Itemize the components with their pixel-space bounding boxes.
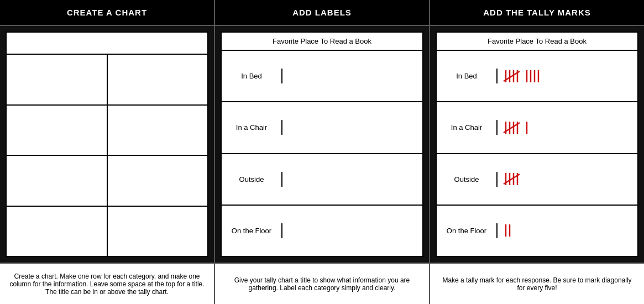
blank-chart <box>6 32 208 257</box>
blank-cell-1-1 <box>7 55 108 104</box>
blank-cell-2-1 <box>7 106 108 155</box>
tally-group-1a <box>503 69 522 84</box>
header-col1: CREATE A CHART <box>0 0 215 25</box>
chart-row-2-4: On the Floor <box>222 206 422 256</box>
row-value-2-1 <box>282 73 422 80</box>
blank-title-row <box>7 33 207 55</box>
row-value-3-1 <box>498 65 637 87</box>
blank-cell-3-1 <box>7 156 108 206</box>
chart-row-3-1: In Bed <box>437 51 637 102</box>
labeled-chart-3: Favorite Place To Read a Book In Bed <box>436 32 638 257</box>
blank-cell-4-2 <box>108 207 208 256</box>
tally-group-2b <box>524 120 531 135</box>
panel-add-tallies: Favorite Place To Read a Book In Bed <box>430 26 644 263</box>
blank-row-1 <box>7 55 207 106</box>
row-label-2-3: Outside <box>222 172 282 187</box>
tally-group-3a <box>503 171 522 187</box>
blank-row-4 <box>7 207 207 256</box>
chart-row-2-1: In Bed <box>222 51 422 102</box>
chart-title-3: Favorite Place To Read a Book <box>437 33 637 51</box>
row-label-2-2: In a Chair <box>222 120 282 135</box>
blank-row-3 <box>7 156 207 207</box>
row-value-3-2 <box>498 117 637 139</box>
footer-cell-3: Make a tally mark for each response. Be … <box>430 264 644 304</box>
blank-cell-1-2 <box>108 55 208 104</box>
row-value-3-3 <box>498 168 637 190</box>
row-value-3-4 <box>498 219 637 242</box>
header-row: CREATE A CHART ADD LABELS ADD THE TALLY … <box>0 0 644 26</box>
app-container: CREATE A CHART ADD LABELS ADD THE TALLY … <box>0 0 644 304</box>
blank-rows <box>7 55 207 256</box>
row-value-2-4 <box>282 227 422 234</box>
tally-group-1b <box>524 69 543 84</box>
tally-group-2a <box>503 120 522 135</box>
chart-row-3-3: Outside <box>437 154 637 206</box>
header-col3: ADD THE TALLY MARKS <box>430 0 644 25</box>
blank-cell-4-1 <box>7 207 108 256</box>
row-label-3-3: Outside <box>437 172 498 187</box>
chart-title-2: Favorite Place To Read a Book <box>222 33 422 51</box>
content-row: Favorite Place To Read a Book In Bed In … <box>0 26 644 263</box>
chart-row-3-4: On the Floor <box>437 206 637 256</box>
chart-row-3-2: In a Chair <box>437 102 637 154</box>
panel-create-chart <box>0 26 215 263</box>
blank-cell-2-2 <box>108 106 208 155</box>
footer-cell-2: Give your tally chart a title to show wh… <box>215 264 430 304</box>
row-value-2-2 <box>282 124 422 131</box>
footer-row: Create a chart. Make one row for each ca… <box>0 263 644 304</box>
labeled-chart-2: Favorite Place To Read a Book In Bed In … <box>221 32 423 257</box>
row-label-3-4: On the Floor <box>437 223 498 238</box>
tally-group-4a <box>503 223 514 238</box>
panel-add-labels: Favorite Place To Read a Book In Bed In … <box>215 26 430 263</box>
row-label-3-1: In Bed <box>437 69 498 83</box>
chart-row-2-2: In a Chair <box>222 102 422 154</box>
row-label-3-2: In a Chair <box>437 120 498 135</box>
footer-cell-1: Create a chart. Make one row for each ca… <box>0 264 215 304</box>
blank-row-2 <box>7 106 207 156</box>
row-label-2-4: On the Floor <box>222 223 282 238</box>
chart-row-2-3: Outside <box>222 154 422 206</box>
blank-cell-3-2 <box>108 156 208 206</box>
row-value-2-3 <box>282 176 422 182</box>
row-label-2-1: In Bed <box>222 69 282 83</box>
header-col2: ADD LABELS <box>215 0 430 25</box>
